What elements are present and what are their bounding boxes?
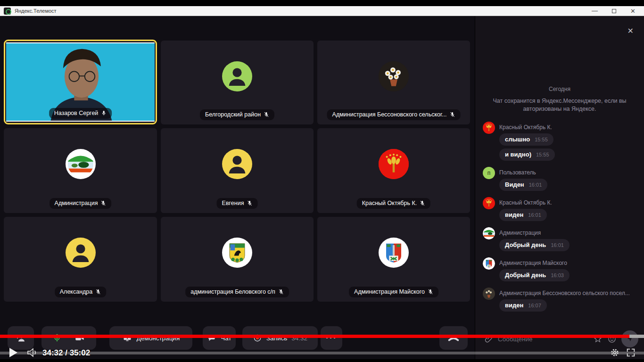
flowers-photo-icon <box>379 61 409 91</box>
mic-muted-icon <box>278 289 284 295</box>
message-time: 16:03 <box>551 272 564 278</box>
participant-tile-aleksandra[interactable]: Александра <box>4 217 157 302</box>
participant-name: Администрация Бессоновского сельског... <box>332 111 447 118</box>
chat-input-bar <box>475 330 644 348</box>
fullscreen-icon[interactable] <box>625 347 636 358</box>
message-author: Красный Октябрь К. <box>499 124 636 131</box>
maximize-button[interactable] <box>612 9 616 13</box>
video-seek-bar[interactable] <box>0 335 644 338</box>
participant-label: Красный Октябрь К. <box>357 198 430 209</box>
add-person-icon <box>15 332 26 344</box>
participant-name: администрация Беловского с/п <box>190 288 275 295</box>
chat-toggle-button[interactable]: Чат <box>203 326 236 350</box>
mic-camera-group <box>41 326 96 350</box>
message-text: Добрый день <box>505 241 546 248</box>
message-time: 16:07 <box>528 303 541 308</box>
person-icon <box>222 149 252 179</box>
message-author: Пользователь <box>499 169 636 176</box>
participant-label: Назаров Сергей <box>49 108 112 119</box>
message-bubble: виден 16:07 <box>499 299 547 312</box>
send-message-button[interactable] <box>621 330 638 347</box>
person-icon <box>222 61 252 91</box>
add-participant-button[interactable] <box>8 326 34 350</box>
message-text: Добрый день <box>505 272 546 279</box>
chat-message: Красный Октябрь К. слышно 15:55 и видно)… <box>483 122 636 161</box>
participant-avatar <box>222 149 252 179</box>
chat-message: Администрация Майского Добрый день 16:03 <box>483 257 636 281</box>
message-bubble: Добрый день 16:01 <box>499 239 570 251</box>
landscape-emblem-icon <box>66 149 96 179</box>
mic-muted-icon <box>428 289 433 295</box>
message-bubble: виден 16:01 <box>499 209 547 221</box>
participant-avatar <box>66 149 96 179</box>
participant-tile-belovskoe[interactable]: администрация Беловского с/п <box>161 217 314 302</box>
participant-tile-administratsiya[interactable]: Администрация <box>4 128 157 213</box>
participant-tile-belgorodskiy[interactable]: Белгородский район <box>161 41 314 124</box>
window-title: Яндекс.Телемост <box>15 8 57 14</box>
participant-name: Белгородский район <box>205 111 261 118</box>
message-author: Администрация Бессоновского сельского по… <box>499 290 636 296</box>
mic-muted-icon <box>247 200 252 206</box>
screen-share-button[interactable]: Демонстрация <box>109 326 192 350</box>
play-button[interactable] <box>9 348 17 357</box>
more-options-button[interactable]: ··· <box>321 326 342 350</box>
record-button[interactable]: Запись 34:32 <box>242 326 318 350</box>
avatar-wheat-icon <box>483 197 495 209</box>
shield-yellow-emblem-icon <box>222 238 252 268</box>
participant-tile-krasny-oktyabr[interactable]: Красный Октябрь К. <box>317 128 470 213</box>
avatar-wheat-icon <box>483 122 495 134</box>
avatar-letter: п <box>487 170 491 176</box>
message-time: 16:01 <box>529 182 542 188</box>
message-time: 16:01 <box>551 242 564 248</box>
participant-label: Белгородский район <box>200 109 274 120</box>
participant-name: Администрация Майского <box>354 288 425 295</box>
participant-tile-evgeniya[interactable]: Евгения <box>161 128 314 213</box>
mic-on-icon <box>101 110 107 116</box>
participant-name: Красный Октябрь К. <box>362 200 417 206</box>
message-text: виден <box>505 211 523 218</box>
end-call-button[interactable] <box>439 326 468 350</box>
volume-icon[interactable] <box>26 347 40 358</box>
message-text: и видно) <box>505 151 531 158</box>
avatar-letter-icon: п <box>483 167 495 179</box>
participant-avatar <box>66 238 96 268</box>
chat-message-list[interactable]: Сегодня Чат сохранится в Яндекс.Мессендж… <box>475 16 644 329</box>
participant-tile-bessonovskoe[interactable]: Администрация Бессоновского сельског... <box>317 41 470 124</box>
avatar-shield-emblem-icon <box>483 257 495 270</box>
participant-avatar <box>222 61 252 91</box>
participant-label: Александра <box>55 287 107 297</box>
minimize-button[interactable]: — <box>592 8 598 13</box>
chat-message: п Пользователь Виден 16:01 <box>483 167 636 191</box>
mic-muted-icon <box>264 112 269 117</box>
mic-muted-icon <box>420 200 425 206</box>
chat-panel: ✕ Сегодня Чат сохранится в Яндекс.Мессен… <box>475 16 644 362</box>
wheat-emblem-icon <box>379 149 409 179</box>
video-progress-fill <box>0 335 629 338</box>
participant-label: администрация Беловского с/п <box>185 287 289 297</box>
person-icon <box>66 238 96 268</box>
participant-name: Администрация <box>55 200 98 206</box>
participant-avatar <box>379 61 409 91</box>
participant-tile-mayskoe[interactable]: Администрация Майского <box>317 217 470 302</box>
chat-notice: Чат сохранится в Яндекс.Мессенджере, есл… <box>483 97 636 113</box>
participant-label: Администрация <box>50 198 112 209</box>
mic-muted-icon <box>95 289 101 295</box>
participant-avatar <box>379 149 409 179</box>
message-author: Администрация Майского <box>499 260 636 266</box>
participant-avatar <box>222 238 252 268</box>
participant-tile-nazarov[interactable]: Назаров Сергей <box>4 40 157 124</box>
participant-avatar <box>379 238 409 268</box>
participant-label: Евгения <box>217 198 258 209</box>
message-bubble: Добрый день 16:03 <box>499 269 570 281</box>
chat-message: Администрация Бессоновского сельского по… <box>483 288 636 312</box>
shield-color-emblem-icon <box>379 238 409 268</box>
close-button[interactable]: ✕ <box>630 8 636 15</box>
participant-name: Назаров Сергей <box>54 110 99 116</box>
message-time: 16:01 <box>528 212 541 218</box>
message-bubble: Виден 16:01 <box>499 179 547 191</box>
window-titlebar: Яндекс.Телемост — ✕ <box>0 6 644 16</box>
message-text: слышно <box>505 136 530 143</box>
participant-label: Администрация Майского <box>349 287 438 297</box>
player-settings-gear-icon[interactable] <box>609 347 620 358</box>
message-author: Красный Октябрь К. <box>499 199 636 206</box>
